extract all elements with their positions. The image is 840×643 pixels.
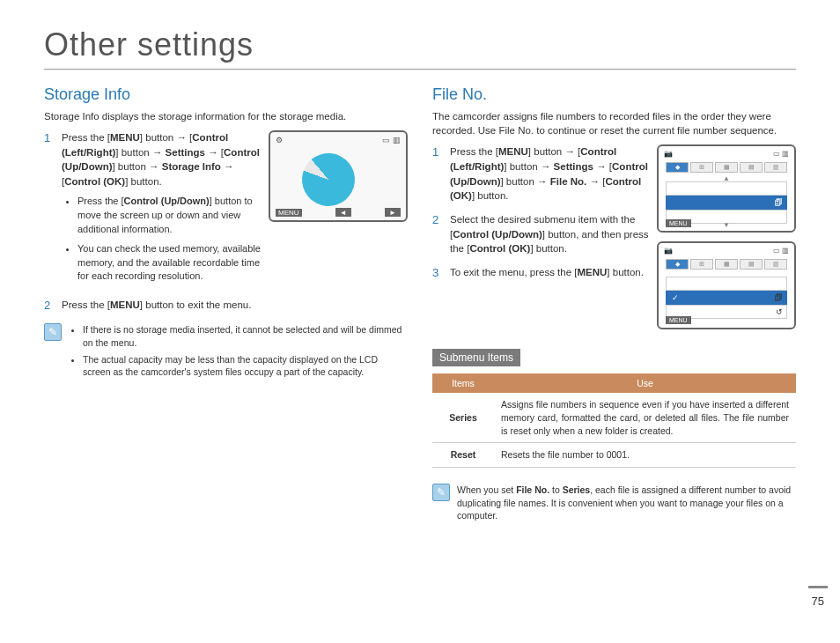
battery-icon: ▭ ▥ bbox=[773, 247, 789, 255]
th-use: Use bbox=[494, 373, 796, 393]
step-body: Press the [MENU] button to exit the menu… bbox=[62, 298, 408, 314]
tab: ▦ bbox=[715, 162, 738, 173]
cell-item: Reset bbox=[432, 443, 494, 468]
note-bullets: If there is no storage media inserted, i… bbox=[69, 323, 408, 382]
menu-row bbox=[666, 277, 787, 291]
menu-tag: MENU bbox=[666, 316, 691, 324]
nav-right-icon: ► bbox=[385, 208, 401, 217]
cell-item: Series bbox=[432, 393, 494, 443]
cell-use: Assigns file numbers in sequence even if… bbox=[494, 393, 796, 443]
menu-row-selected: 🗐 bbox=[666, 196, 787, 210]
note-box: ✎ When you set File No. to Series, each … bbox=[432, 484, 796, 522]
step1-bullets: Press the [Control (Up/Down)] button to … bbox=[62, 195, 262, 285]
step-body: Press the [MENU] button → [Control (Left… bbox=[450, 144, 650, 203]
note-item: The actual capacity may be less than the… bbox=[83, 353, 408, 379]
two-column-layout: Storage Info Storage Info displays the s… bbox=[44, 85, 796, 522]
tab: ▥ bbox=[764, 259, 787, 270]
pie-chart-icon bbox=[291, 143, 366, 218]
note-item: If there is no storage media inserted, i… bbox=[83, 323, 408, 349]
step-number: 3 bbox=[432, 265, 443, 282]
page-mark bbox=[808, 586, 828, 588]
battery-icon: ▭ ▥ bbox=[773, 150, 789, 159]
file-no-screenshot-2: 📷▭ ▥ ◆ ⊞ ▦ ▤ ▥ ✓🗐 ↺ MENU bbox=[657, 241, 796, 329]
left-column: Storage Info Storage Info displays the s… bbox=[44, 85, 408, 522]
step-body: Press the [MENU] button → [Control (Left… bbox=[62, 130, 262, 289]
step-2: 2 Press the [MENU] button to exit the me… bbox=[44, 298, 408, 314]
step-1: 1 Press the [MENU] button → [Control (Le… bbox=[44, 130, 262, 289]
step-number: 2 bbox=[44, 298, 55, 314]
note-box: ✎ If there is no storage media inserted,… bbox=[44, 323, 408, 382]
tab: ▤ bbox=[740, 259, 763, 270]
step-body: To exit the menu, press the [MENU] butto… bbox=[450, 265, 650, 282]
step-1: 1 Press the [MENU] button → [Control (Le… bbox=[432, 144, 650, 203]
note-icon: ✎ bbox=[44, 323, 62, 341]
menu-row-selected: ✓🗐 bbox=[666, 291, 787, 305]
camera-icon: 📷 bbox=[664, 150, 673, 159]
down-arrow-icon: ▼ bbox=[723, 221, 730, 229]
step-body: Select the desired submenu item with the… bbox=[450, 212, 650, 256]
cell-use: Resets the file number to 0001. bbox=[494, 443, 796, 468]
step-3: 3 To exit the menu, press the [MENU] but… bbox=[432, 265, 650, 282]
gear-icon: ⚙ bbox=[276, 136, 283, 146]
tab: ▥ bbox=[764, 162, 787, 173]
submenu-items-heading: Submenu Items bbox=[432, 349, 520, 366]
file-icon: 🗐 bbox=[775, 293, 783, 302]
file-no-intro: The camcorder assigns file numbers to re… bbox=[432, 109, 796, 137]
tab: ◆ bbox=[666, 162, 689, 173]
table-row: Reset Resets the file number to 0001. bbox=[432, 443, 796, 468]
file-no-screenshot-1: 📷▭ ▥ ◆ ⊞ ▦ ▤ ▥ ▲ 🗐 ▼ MENU bbox=[657, 144, 796, 233]
storage-info-heading: Storage Info bbox=[44, 85, 408, 104]
camera-icon: 📷 bbox=[664, 247, 673, 255]
step-2: 2 Select the desired submenu item with t… bbox=[432, 212, 650, 256]
tab: ◆ bbox=[666, 259, 689, 270]
submenu-table: Items Use Series Assigns file numbers in… bbox=[432, 373, 796, 468]
file-icon: 🗐 bbox=[775, 198, 783, 207]
tab: ⊞ bbox=[690, 259, 713, 270]
bullet-item: Press the [Control (Up/Down)] button to … bbox=[77, 195, 262, 237]
menu-tag: MENU bbox=[666, 219, 691, 227]
tab: ▦ bbox=[715, 259, 738, 270]
check-icon: ✓ bbox=[672, 293, 679, 302]
step-number: 1 bbox=[44, 130, 55, 289]
tab: ⊞ bbox=[690, 162, 713, 173]
page-title: Other settings bbox=[44, 26, 796, 70]
step-number: 2 bbox=[432, 212, 443, 256]
tab: ▤ bbox=[740, 162, 763, 173]
bullet-item: You can check the used memory, available… bbox=[77, 242, 262, 285]
step-number: 1 bbox=[432, 144, 443, 203]
storage-info-intro: Storage Info displays the storage inform… bbox=[44, 109, 408, 123]
note-icon: ✎ bbox=[432, 484, 450, 501]
th-items: Items bbox=[432, 373, 494, 393]
battery-icon: ▭ ▥ bbox=[382, 136, 401, 146]
file-no-heading: File No. bbox=[432, 85, 796, 104]
nav-left-icon: ◄ bbox=[335, 208, 351, 217]
menu-row bbox=[666, 181, 787, 196]
table-row: Series Assigns file numbers in sequence … bbox=[432, 393, 796, 443]
page-number: 75 bbox=[812, 595, 824, 608]
reset-icon: ↺ bbox=[776, 307, 783, 316]
right-column: File No. The camcorder assigns file numb… bbox=[432, 85, 796, 522]
menu-tag: MENU bbox=[276, 209, 302, 217]
note-text: When you set File No. to Series, each fi… bbox=[457, 484, 796, 522]
storage-info-screenshot: ⚙ ▭ ▥ MENU ◄ ► bbox=[269, 130, 408, 222]
